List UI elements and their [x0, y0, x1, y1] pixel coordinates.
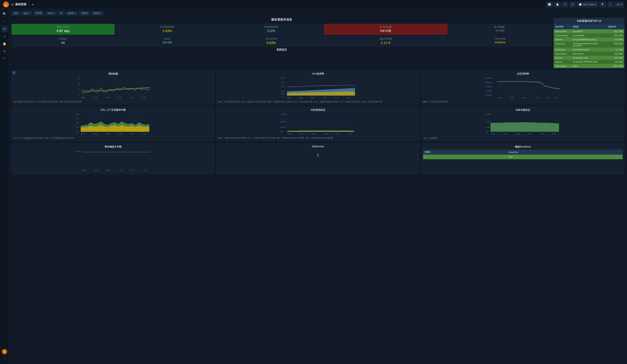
share-icon[interactable]: ⊕ — [32, 3, 34, 6]
legend-container-space: — 容器空间 — [423, 137, 437, 139]
tv-button[interactable]: 🖥 — [569, 1, 576, 7]
svg-text:17:00: 17:00 — [323, 97, 327, 99]
time-range-selector[interactable]: 🕐 Last 1 hour ▾ — [577, 1, 598, 7]
context-dot — [13, 138, 17, 138]
svg-text:2.5%: 2.5% — [281, 77, 285, 79]
system-load-panel: i 系统负载 15 10 5 0 — [11, 71, 214, 104]
sidebar-settings[interactable]: ⚙ — [1, 48, 8, 54]
chevron-icon-2: ▾ — [53, 12, 54, 14]
container-6: virt-handler-sr9jk — [571, 56, 607, 60]
stat-cpu-usage: CPU实时使用率 1.93% — [116, 24, 219, 35]
svg-text:17:20: 17:20 — [348, 133, 352, 135]
total-label: — Total Current: 251.78 GiB — [222, 137, 246, 139]
ns-2: kubevirt — [554, 38, 571, 42]
top10-header-memory: 使用内存 — [607, 24, 625, 29]
stat-mem-usage-label: 内存实时使用率 — [222, 26, 321, 28]
stat-uptime: 系统运行时间 3.97 day — [11, 24, 114, 35]
disk-free-svg: 95.4000% 95.3500% 95.3000% 95.2500% 95.2… — [423, 77, 623, 99]
refresh-button[interactable]: ↻ — [607, 1, 613, 7]
top10-row-3: monitoring vmstorage-example-vmcluster-p… — [554, 42, 624, 47]
svg-text:16:40: 16:40 — [299, 133, 303, 135]
svg-marker-76 — [287, 131, 354, 132]
svg-text:17:20: 17:20 — [143, 170, 147, 172]
mem-4: 1.1 GiB — [607, 47, 625, 52]
sidebar-compass[interactable]: ◎ — [1, 33, 8, 40]
disk-readonly-title: 磁盘ReadOnly — [423, 145, 623, 148]
stat-uptime-value: 3.97 day — [14, 29, 112, 33]
filter-ip-label: IP — [58, 11, 64, 15]
stat-total-mem-value: 252 GiB — [118, 41, 217, 44]
system-load-chart-area: 15 10 5 0 — [13, 77, 213, 99]
sidebar-dashboard[interactable]: ⊞ — [1, 25, 8, 32]
cpu-usage-title: CPU使用率 — [218, 72, 418, 76]
top10-row-6: kubevirt virt-handler-sr9jk 94.9 MiB — [554, 56, 624, 60]
clock-icon: 🕐 — [579, 3, 582, 6]
sidebar-add[interactable]: ＋ — [1, 18, 8, 25]
container-4: prometheus-k8s-0 — [571, 47, 607, 52]
chevron-icon-4: ▾ — [100, 12, 101, 14]
memory-usage-title: 内存使用状态 — [218, 108, 418, 112]
memory-alloc-chart-area: 14 GiB 9 GiB 5 GiB 0 B 16:30 16:40 16:50 — [423, 113, 623, 136]
sidebar-bell[interactable]: 🔔 — [1, 40, 8, 47]
svg-text:16:30: 16:30 — [83, 170, 86, 172]
zoom-out-button[interactable]: 🔍 — [599, 1, 606, 7]
filter-auto[interactable]: auto ▾ — [21, 11, 32, 15]
sidebar: 🔍 ＋ ⊞ ◎ 🔔 ⚙ 🛡 G ? — [0, 9, 9, 364]
dashboard-button[interactable]: 📋 — [554, 1, 561, 7]
top10-header-container: 容器名 — [571, 24, 607, 29]
top10-row-1: projectcontour envoy-55qv6 108.6 MiB — [554, 33, 624, 38]
svg-text:95.3500%: 95.3500% — [485, 82, 492, 83]
legend-load1-label: Load 1 Current: 2.25 — [17, 101, 35, 103]
top10-row-4: monitoring prometheus-k8s-0 1.1 GiB — [554, 47, 624, 52]
oom-killer-title: OOM Killer — [218, 145, 418, 148]
svg-text:5 GiB: 5 GiB — [486, 126, 490, 128]
filter-hostname-value[interactable]: k8s02 ▾ — [92, 11, 103, 15]
sidebar-help[interactable]: ? — [1, 356, 8, 363]
svg-text:16:30: 16:30 — [287, 133, 291, 135]
filter-inter[interactable]: inter — [11, 11, 20, 15]
container-space-dot — [423, 138, 427, 138]
legend-context: — 上下文切换 Current: 28.04 K — [13, 137, 44, 139]
logo[interactable]: 🔥 — [3, 1, 9, 7]
svg-text:17:10: 17:10 — [547, 97, 550, 99]
stat-oom-label: 总计oom次数 — [326, 26, 445, 28]
title-area: ⊞ 基础资源 ☆ ⊕ — [11, 2, 546, 6]
settings-button[interactable]: ⚙ — [562, 1, 568, 7]
disk-files-chart-area: 99.00% 16:30 16:40 16:50 17:00 17:10 17:… — [13, 150, 213, 173]
star-icon[interactable]: ☆ — [28, 3, 30, 6]
svg-text:17:20: 17:20 — [552, 133, 556, 135]
stat-max-proc: 最大进程数... No Data — [449, 24, 552, 35]
svg-text:17:10: 17:10 — [335, 133, 339, 135]
usage-dot — [247, 138, 251, 138]
stat-sockets-label: 套接字打开数 — [326, 38, 445, 40]
stat-total-mem: 总内存 252 GiB — [116, 36, 219, 47]
chart-button[interactable]: 📊 — [546, 1, 553, 7]
sidebar-search[interactable]: 🔍 — [1, 10, 8, 17]
svg-text:16:30: 16:30 — [497, 97, 501, 99]
svg-text:17:00: 17:00 — [117, 96, 121, 98]
oom-killer-value: 1 — [218, 149, 418, 161]
mem-1: 108.6 MiB — [607, 33, 625, 38]
svg-text:95.2000%: 95.2000% — [485, 94, 492, 96]
user-avatar[interactable]: G — [2, 349, 7, 354]
svg-text:95.3000%: 95.3000% — [485, 86, 492, 88]
container-8: kube-... — [571, 64, 607, 68]
svg-text:15: 15 — [78, 77, 80, 79]
interval-selector[interactable]: 1m ▾ — [615, 1, 624, 7]
info-icon[interactable]: i — [12, 71, 15, 74]
svg-text:99.00%: 99.00% — [76, 151, 81, 153]
svg-text:16:40: 16:40 — [95, 170, 98, 172]
main-content: inter auto ▾ 主机组 None ▾ IP k8s02 ▾ 主机名 — [9, 9, 627, 364]
sidebar-shield[interactable]: 🛡 — [1, 55, 8, 62]
container-3: vmstorage-example-vmcluster-persistent-0 — [571, 42, 607, 47]
interrupt-label: — CPU中断 Current: 18.99 K — [49, 137, 74, 139]
legend-nice: — nice Current: 0% — [362, 101, 382, 103]
svg-text:16:50: 16:50 — [311, 97, 314, 99]
filter-ip-value[interactable]: k8s02 ▾ — [66, 11, 78, 15]
chevron-down-icon: ▾ — [595, 3, 596, 6]
top10-row-7: kubevirt virt-operator-78fbcdfdf4-26lq9 … — [554, 60, 624, 64]
top10-row-5: kube-system cilium-mkcrc 98.8 MiB — [554, 52, 624, 56]
legend-load5-label: Load 5 Current: 3.98 — [41, 101, 58, 103]
interval-chevron-icon: ▾ — [621, 3, 622, 6]
filter-hostgroup-value[interactable]: None ▾ — [46, 11, 57, 15]
